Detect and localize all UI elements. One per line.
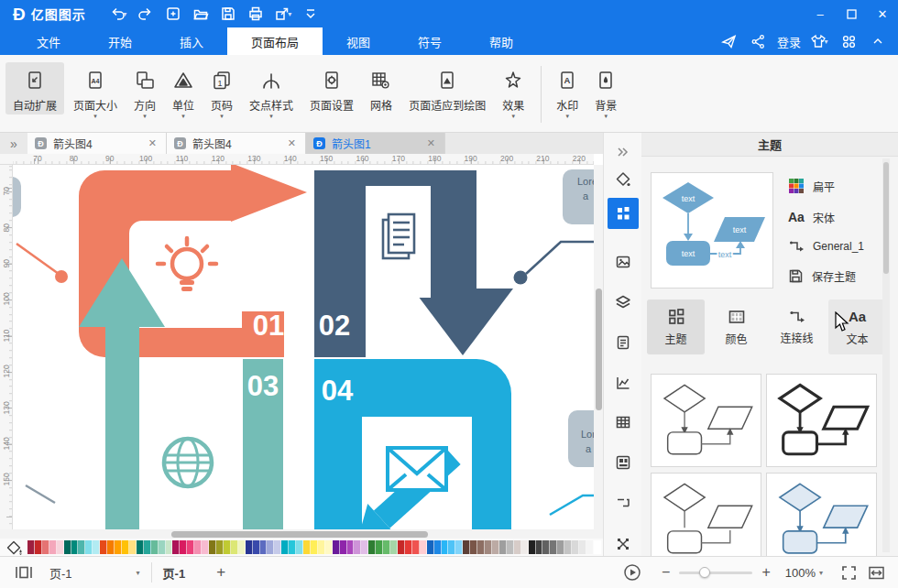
ribbon-button-auto-expand[interactable]: 自动扩展▾ [5,62,64,114]
color-swatch[interactable] [151,540,159,554]
drawing-canvas[interactable]: 01 02 03 [13,165,594,529]
clipart-panel-icon[interactable] [608,449,639,476]
color-swatch[interactable] [180,540,187,554]
color-swatch[interactable] [514,540,521,554]
color-swatch[interactable] [405,540,412,554]
menu-item[interactable]: 插入 [156,27,227,55]
color-swatch[interactable] [311,540,318,554]
theme-panel-icon[interactable] [608,198,639,229]
color-swatch[interactable] [442,540,449,554]
color-swatch[interactable] [281,540,289,554]
panel-tab-connectors[interactable]: 连接线 [768,299,826,354]
color-swatch[interactable] [202,540,209,554]
color-swatch[interactable] [542,540,550,554]
document-tab[interactable]: Ð 箭头图4 ✕ [167,133,306,154]
lorem-box-top-right[interactable]: Lore a [563,169,594,224]
color-swatch[interactable] [35,540,42,554]
color-swatch[interactable] [122,540,129,554]
maximize-button[interactable] [836,0,867,27]
color-swatch[interactable] [492,540,499,554]
color-swatch[interactable] [85,540,93,554]
ribbon-button-page-number[interactable]: 1 页码▾ [203,62,240,122]
ribbon-button-page-setup[interactable]: 页面设置▾ [302,62,361,114]
color-swatch[interactable] [398,540,405,554]
close-tab-icon[interactable]: ✕ [425,137,437,149]
color-swatch[interactable] [427,540,434,554]
fullscreen-icon[interactable] [841,565,857,581]
print-icon[interactable] [244,3,268,25]
color-swatch[interactable] [347,540,355,554]
ribbon-button-orientation[interactable]: 方向▾ [126,62,163,122]
layers-panel-icon[interactable] [608,289,639,316]
color-swatch[interactable] [354,540,361,554]
ribbon-button-background[interactable]: 背景▾ [587,62,624,122]
color-swatch[interactable] [303,540,311,554]
color-swatch[interactable] [325,540,333,554]
color-swatch[interactable] [100,540,107,554]
color-swatch[interactable] [333,540,340,554]
add-page-button[interactable]: + [216,563,225,582]
color-swatch[interactable] [57,540,64,554]
color-swatch[interactable] [463,540,470,554]
minimize-button[interactable]: – [805,0,836,27]
color-swatch[interactable] [172,540,180,554]
canvas-vertical-scrollbar[interactable] [594,165,603,529]
color-swatch[interactable] [485,540,492,554]
close-tab-icon[interactable]: ✕ [147,137,159,149]
color-swatch[interactable] [274,540,281,554]
panel-tab-theme[interactable]: 主题 [647,299,705,354]
outline-panel-icon[interactable] [608,489,639,517]
color-swatch[interactable] [144,540,151,554]
tab-overflow-icon[interactable]: » [0,133,27,154]
canvas-horizontal-scrollbar[interactable] [0,529,603,539]
undo-icon[interactable]: ▾ [106,3,130,25]
color-swatch[interactable] [477,540,485,554]
menu-item[interactable]: 开始 [84,27,156,55]
document-tab[interactable]: Ð 箭头图4 ✕ [27,133,167,154]
color-swatch[interactable] [390,540,398,554]
save-icon[interactable] [216,3,240,25]
color-swatch[interactable] [564,540,572,554]
table-panel-icon[interactable] [608,408,639,436]
color-swatch[interactable] [260,540,268,554]
horizontal-scroll-thumb[interactable] [171,531,428,538]
page-panel-icon[interactable] [15,565,33,580]
zoom-dropdown-icon[interactable]: ▾ [819,569,823,577]
color-swatch[interactable] [159,540,166,554]
color-swatch[interactable] [434,540,442,554]
fill-style-icon[interactable] [608,166,639,193]
color-swatch[interactable] [383,540,390,554]
page-tab[interactable]: 页-1 [163,564,186,582]
chart-panel-icon[interactable] [608,369,639,397]
menu-item[interactable]: 帮助 [465,27,537,55]
menu-item[interactable]: 符号 [394,27,465,55]
send-icon[interactable] [718,30,740,52]
ribbon-button-page-size[interactable]: A4 页面大小▾ [66,62,125,122]
color-swatch[interactable] [78,540,85,554]
note-panel-icon[interactable] [608,329,639,356]
color-swatch[interactable] [448,540,455,554]
color-swatch[interactable] [361,540,368,554]
page-selector[interactable]: 页-1 [49,564,72,582]
zoom-in-button[interactable]: + [761,564,770,581]
ribbon-button-grid[interactable]: 网格▾ [363,62,400,114]
theme-thumbnail[interactable] [651,473,761,557]
ribbon-button-watermark[interactable]: A 水印▾ [549,62,586,122]
color-swatch[interactable] [507,540,514,554]
lorem-box-bottom-right[interactable]: Lor a [568,410,594,467]
color-swatch[interactable] [238,540,246,554]
fit-width-icon[interactable] [868,565,885,581]
ribbon-button-effects[interactable]: 效果▾ [495,62,531,122]
share-icon[interactable] [748,30,770,52]
close-tab-icon[interactable]: ✕ [286,137,298,149]
ribbon-button-units[interactable]: 单位▾ [165,62,202,122]
color-swatch[interactable] [107,540,115,554]
color-swatch[interactable] [318,540,325,554]
panel-scroll-thumb[interactable] [883,162,889,274]
zoom-slider-knob[interactable] [699,567,710,578]
color-swatch[interactable] [129,540,137,554]
color-swatch[interactable] [246,540,253,554]
vertical-scroll-thumb[interactable] [596,289,602,410]
color-swatch[interactable] [42,540,49,554]
panel-scrollbar[interactable] [882,158,890,552]
